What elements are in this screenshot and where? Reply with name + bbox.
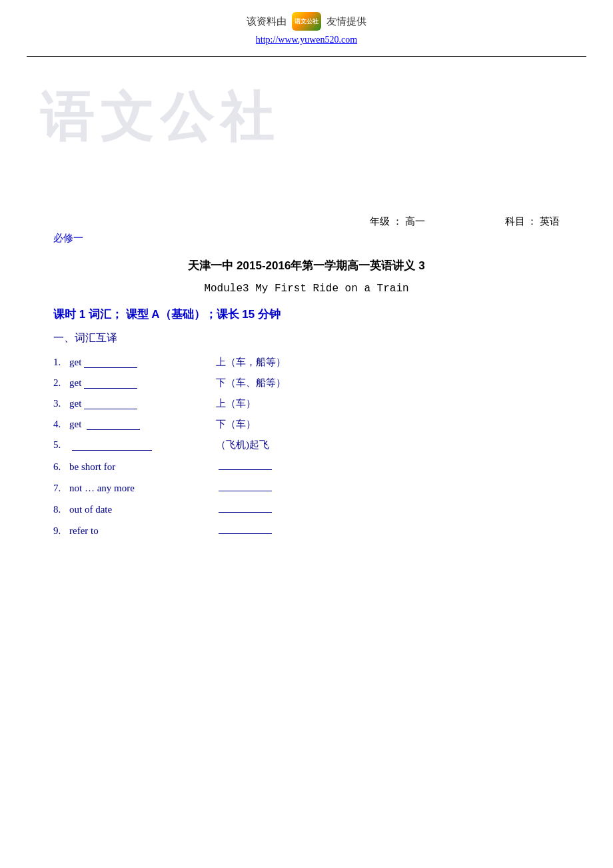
item-english: get xyxy=(69,377,216,389)
subject-colon: ： xyxy=(527,216,537,227)
subject-label: 科目 xyxy=(505,216,525,227)
logo-icon xyxy=(292,12,321,31)
main-title: 天津一中 2015-2016年第一学期高一英语讲义 3 xyxy=(188,259,424,272)
item-num: 5. xyxy=(53,439,69,451)
blank-field[interactable] xyxy=(84,357,137,368)
section-title: 课时 1 词汇； 课型 A（基础）；课长 15 分钟 xyxy=(0,307,613,322)
blank-field[interactable] xyxy=(87,419,140,430)
item-english: out of date xyxy=(69,504,216,515)
watermark-area: 语文公社 xyxy=(0,62,613,209)
blank-field[interactable] xyxy=(219,459,272,470)
item-num: 9. xyxy=(53,525,69,537)
vocab-section-title: 一、词汇互译 xyxy=(0,331,613,345)
grade-subject-row: 年级 ： 高一 科目 ： 英语 xyxy=(0,215,613,228)
item-english: be short for xyxy=(69,461,216,473)
item-english: get xyxy=(69,357,216,368)
vocab-item: 4. get 下（车） xyxy=(53,418,573,431)
item-num: 2. xyxy=(53,377,69,389)
series-row: 必修一 xyxy=(0,232,613,245)
vocab-item: 6. be short for xyxy=(53,459,573,473)
grade-colon: ： xyxy=(392,216,402,227)
item-english: get xyxy=(69,398,216,409)
vocab-item: 5. （飞机)起飞 xyxy=(53,439,573,451)
vocab-section-title-text: 一、词汇互译 xyxy=(53,332,117,343)
blank-field[interactable] xyxy=(84,399,137,409)
item-num: 8. xyxy=(53,504,69,515)
item-english xyxy=(69,439,216,451)
item-chinese: （飞机)起飞 xyxy=(216,439,269,451)
item-num: 6. xyxy=(53,461,69,473)
watermark-text: 语文公社 xyxy=(40,82,280,154)
vocab-item: 3. get 上（车） xyxy=(53,397,573,410)
vocab-item: 8. out of date xyxy=(53,502,573,515)
header-prefix: 该资料由 xyxy=(247,15,287,28)
vocab-item: 7. not … any more xyxy=(53,481,573,494)
blank-field[interactable] xyxy=(72,440,152,451)
item-num: 3. xyxy=(53,398,69,409)
header-divider xyxy=(27,56,586,57)
grade-label: 年级 xyxy=(370,216,390,227)
blank-field[interactable] xyxy=(84,378,137,389)
blank-field[interactable] xyxy=(219,481,272,491)
item-chinese: 上（车，船等） xyxy=(216,356,286,369)
vocab-item: 9. refer to xyxy=(53,523,573,537)
vocab-item: 1. get 上（车，船等） xyxy=(53,356,573,369)
page-header: 该资料由 友情提供 http://www.yuwen520.com xyxy=(0,0,613,51)
grade-value: 高一 xyxy=(405,216,425,227)
blank-field[interactable] xyxy=(219,502,272,513)
subject-block: 科目 ： 英语 xyxy=(505,215,560,228)
vocab-items-container: 1. get 上（车，船等） 2. get 下（车、船等） 3. get 上（车… xyxy=(0,356,613,537)
item-chinese: 下（车） xyxy=(216,418,256,431)
grade-block: 年级 ： 高一 xyxy=(370,215,425,228)
header-suffix: 友情提供 xyxy=(326,15,366,28)
blank-field[interactable] xyxy=(219,523,272,534)
module-title: Module3 My First Ride on a Train xyxy=(0,283,613,295)
item-num: 7. xyxy=(53,483,69,494)
series-text: 必修一 xyxy=(53,233,83,243)
header-logo-area: 该资料由 友情提供 xyxy=(0,12,613,31)
module-title-text: Module3 My First Ride on a Train xyxy=(204,283,408,295)
main-title-block: 天津一中 2015-2016年第一学期高一英语讲义 3 xyxy=(0,258,613,273)
subject-value: 英语 xyxy=(540,216,560,227)
item-chinese: 下（车、船等） xyxy=(216,377,286,389)
section-title-text: 课时 1 词汇； 课型 A（基础）；课长 15 分钟 xyxy=(53,308,281,321)
item-english: refer to xyxy=(69,525,216,537)
item-chinese: 上（车） xyxy=(216,397,256,410)
item-english: get xyxy=(69,419,216,430)
item-num: 1. xyxy=(53,357,69,368)
item-num: 4. xyxy=(53,419,69,430)
vocab-item: 2. get 下（车、船等） xyxy=(53,377,573,389)
header-link[interactable]: http://www.yuwen520.com xyxy=(0,33,613,45)
item-english: not … any more xyxy=(69,483,216,494)
